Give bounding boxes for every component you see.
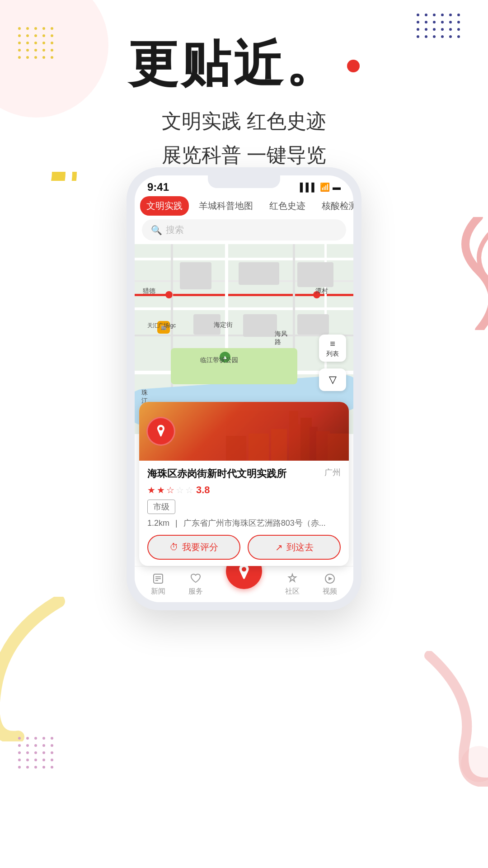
metro-marker-liede: [165, 291, 173, 298]
phone-tab-bar: 文明实践 羊城科普地图 红色史迹 核酸检测: [135, 196, 353, 216]
place-address: 1.2km | 广东省广州市海珠区艺洲路803号（赤...: [147, 518, 341, 528]
nav-news[interactable]: 新闻: [151, 572, 165, 596]
battery-icon: ▬: [333, 183, 341, 192]
navigate-arrow-icon: ↗: [275, 542, 283, 553]
svg-rect-9: [226, 436, 246, 461]
nav-video[interactable]: 视频: [323, 572, 337, 596]
nav-video-label: 视频: [323, 587, 337, 596]
place-level-badge: 市级: [147, 500, 175, 514]
community-icon: [286, 572, 299, 585]
map-label-tianhui: 天汇广场igc: [147, 322, 176, 330]
nav-direction-button[interactable]: ▽: [319, 368, 346, 391]
navigate-button[interactable]: ↗ 到这去: [248, 535, 341, 560]
place-card-header: [139, 402, 349, 461]
list-view-button[interactable]: ≡ 列表: [319, 335, 346, 362]
list-button-label: 列表: [326, 350, 339, 358]
page-title: 更贴近。: [0, 36, 488, 91]
heart-icon: [189, 572, 202, 585]
status-time: 9:41: [147, 181, 169, 193]
map-label-liede: 猎德: [143, 287, 155, 295]
svg-point-17: [242, 567, 246, 571]
nav-news-label: 新闻: [151, 587, 165, 596]
star-4: ☆: [176, 485, 184, 495]
phone-notch: [208, 175, 280, 188]
wifi-icon: 📶: [320, 182, 330, 192]
svg-rect-11: [328, 434, 349, 461]
rate-button[interactable]: ⏱ 我要评分: [147, 535, 240, 560]
phone-inner: 9:41 ▌▌▌ 📶 ▬ 文明实践 羊城科普地图 红色史迹: [135, 175, 353, 602]
tab-hejian[interactable]: 核酸检测: [315, 196, 353, 216]
place-title: 海珠区赤岗街新时代文明实践所: [147, 467, 321, 481]
nav-service-label: 服务: [188, 587, 203, 596]
rating-number: 3.8: [196, 484, 210, 496]
place-card: 海珠区赤岗街新时代文明实践所 广州 ★ ★ ☆ ☆ ☆ 3.8 市级: [139, 402, 349, 566]
search-icon: 🔍: [151, 225, 162, 236]
news-icon: [152, 572, 164, 585]
map-label-haidingstreet: 海定街: [214, 321, 233, 329]
place-card-body: 海珠区赤岗街新时代文明实践所 广州 ★ ★ ☆ ☆ ☆ 3.8 市级: [139, 461, 349, 566]
nav-community[interactable]: 社区: [285, 572, 300, 596]
rate-icon: ⏱: [169, 542, 178, 552]
star-1: ★: [147, 485, 155, 495]
hero-subtitle: 文明实践 红色史迹 展览科普 一键导览: [0, 104, 488, 172]
map-label-haifeng: 海风路: [275, 330, 287, 346]
tab-yangcheng[interactable]: 羊城科普地图: [192, 196, 259, 216]
bottom-nav: 新闻 服务: [135, 566, 353, 602]
svg-rect-8: [249, 434, 269, 461]
hero-section: 更贴近。 文明实践 红色史迹 展览科普 一键导览: [0, 36, 488, 172]
video-icon: [324, 572, 336, 585]
search-placeholder: 搜索: [166, 224, 184, 236]
svg-point-2: [461, 746, 488, 782]
signal-icon: ▌▌▌: [300, 183, 317, 192]
star-3-half: ☆: [166, 485, 174, 495]
red-dot-decoration: [347, 60, 360, 72]
place-city: 广州: [324, 467, 341, 478]
status-icons: ▌▌▌ 📶 ▬: [300, 182, 341, 192]
place-actions: ⏱ 我要评分 ↗ 到这去: [147, 535, 341, 560]
place-logo: [146, 417, 175, 446]
map-label-park: 临江带状公园: [200, 356, 238, 364]
nav-community-label: 社区: [285, 587, 300, 596]
phone-mockup: 9:41 ▌▌▌ 📶 ▬ 文明实践 羊城科普地图 红色史迹: [81, 167, 407, 610]
nav-service[interactable]: 服务: [188, 572, 203, 596]
place-rating: ★ ★ ☆ ☆ ☆ 3.8: [147, 484, 341, 496]
map-label-tancun: 潭村: [315, 287, 328, 295]
tab-hongse[interactable]: 红色史迹: [263, 196, 312, 216]
phone-frame: 9:41 ▌▌▌ 📶 ▬ 文明实践 羊城科普地图 红色史迹: [127, 167, 361, 610]
svg-rect-7: [271, 429, 287, 461]
tab-wenming[interactable]: 文明实践: [140, 196, 189, 216]
svg-marker-19: [328, 577, 333, 580]
star-2: ★: [157, 485, 165, 495]
star-5: ☆: [185, 485, 193, 495]
search-bar[interactable]: 🔍 搜索: [142, 219, 346, 241]
svg-point-12: [159, 427, 163, 431]
